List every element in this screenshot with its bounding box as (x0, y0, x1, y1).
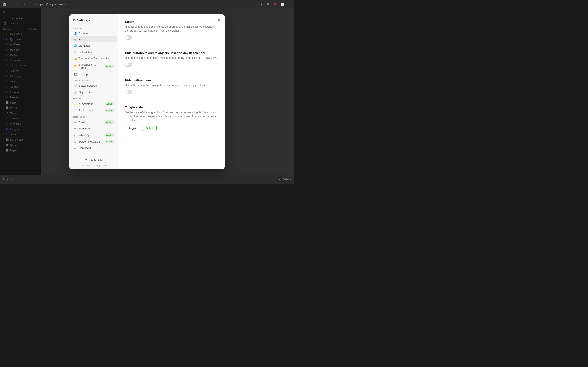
settings-nav-hookmark[interactable]: ∞ Hookmark (71, 145, 117, 151)
toggle-style-title: Toggle style (125, 106, 218, 109)
settings-nav-subscription[interactable]: 💳 Subscription & Billing Active (71, 62, 117, 71)
backup-icon: 💾 (74, 73, 77, 76)
calendar-buttons-section: Hide buttons to create objects linked to… (125, 51, 218, 73)
task-icon: ☑ (74, 109, 77, 112)
calendar-buttons-toggle[interactable] (125, 63, 132, 67)
settings-nav-email[interactable]: ✉ Email Active (71, 119, 117, 125)
toggle-style-section: Toggle style Set the style of the toggle… (125, 106, 218, 137)
email-label: Email (79, 121, 86, 124)
ai-icon: ✨ (74, 102, 77, 105)
features-label: Features (69, 95, 118, 100)
settings-header: ⚙ Settings (69, 14, 118, 25)
whatsapp-badge: Active (105, 133, 114, 137)
subscription-badge: Active (105, 65, 114, 68)
ai-badge: Active (105, 102, 114, 105)
whatsapp-icon: 💬 (74, 133, 77, 137)
nav-back-button[interactable]: ← (23, 2, 27, 7)
settings-nav-space[interactable]: ⬜ Space Settings (71, 83, 117, 89)
outliner-lines-section: Hide outliner lines Hides the vertical l… (125, 78, 218, 100)
extensions-icon[interactable]: ⚙ (266, 2, 270, 7)
editor-label: Editor (79, 38, 86, 41)
breadcrumb-page-icon: ⊕ (46, 3, 48, 6)
more-options-icon[interactable]: ··· (287, 2, 292, 7)
editor-section-title: Editor (125, 20, 218, 24)
settings-modal: ⚙ Settings General 👤 Account ⊟ Editor 🌐 … (69, 14, 225, 169)
topbar-right: ◉ ⚙ 📌 ⬜ ··· (259, 2, 292, 7)
editor-icon: ⊟ (74, 38, 77, 41)
bottombar-right: ● Believer (279, 178, 292, 181)
editor-toggle[interactable] (125, 35, 132, 40)
settings-nav-password[interactable]: 🔒 Password & Authentication (71, 55, 117, 61)
general-label: General (69, 25, 118, 30)
settings-icon[interactable]: ⚙ (2, 178, 5, 181)
twitter-icon: 𝕏 (74, 140, 77, 143)
space-label: Space Settings (79, 84, 96, 87)
telegram-label: Telegram (79, 127, 90, 130)
settings-nav-backup[interactable]: 💾 Backup (71, 71, 117, 77)
space-icon: ⬜ (74, 84, 77, 87)
notes-icon: 📓 (2, 2, 6, 6)
sidebar-footer: ↺ Restart app Capacities v1.35.5 (Nightl… (69, 154, 118, 169)
settings-nav-object-types[interactable]: ⬜ Object Types (71, 89, 117, 95)
split-view-icon[interactable]: ⬜ (279, 2, 285, 7)
calendar-buttons-desc: Hide buttons to create objects with a da… (125, 56, 218, 60)
task-label: Task actions (79, 109, 94, 112)
version-text: Capacities v1.35.5 (Nightly) (73, 164, 115, 167)
dark-mode-icon[interactable]: ☽ (10, 178, 12, 181)
outliner-lines-title: Hide outliner lines (125, 78, 218, 82)
settings-nav-editor[interactable]: ⊟ Editor (71, 36, 117, 42)
settings-header-icon: ⚙ (73, 18, 76, 22)
breadcrumb: ⬡ Topic / ⊕ Anglo-Saxons (34, 3, 66, 6)
restart-button[interactable]: ↺ Restart app (73, 157, 115, 163)
account-icon: 👤 (74, 32, 77, 35)
subscription-icon: 💳 (74, 65, 77, 68)
password-icon: 🔒 (74, 57, 77, 60)
settings-nav-account[interactable]: 👤 Account (71, 30, 117, 36)
current-space-label: Current space (69, 77, 118, 83)
topbar: 📓 Notes ⌄ ← → ⬡ Topic / ⊕ Anglo-Saxons ◉… (0, 0, 294, 8)
app-title: Notes (8, 3, 15, 6)
pin-icon[interactable]: 📌 (272, 2, 278, 7)
settings-nav-ai[interactable]: ✨ AI Assistant Active (71, 101, 117, 107)
email-icon: ✉ (74, 121, 77, 124)
settings-nav-whatsapp[interactable]: 💬 WhatsApp Active (71, 132, 117, 138)
outliner-lines-desc: Hides the vertical lines along the block… (125, 83, 218, 87)
topbar-nav: ← → (23, 2, 33, 7)
toggle-style-desc: Set the style of the toggle block. You c… (125, 110, 218, 122)
datetime-label: Date & Time (79, 50, 94, 54)
bottombar: ⚙ ⊕ ☽ ● Believer (0, 175, 294, 184)
close-button[interactable]: ✕ (216, 17, 222, 23)
calendar-buttons-title: Hide buttons to create objects linked to… (125, 51, 218, 55)
ai-label: AI Assistant (79, 102, 93, 105)
toggle-style-bullet-button[interactable]: Bullet (142, 125, 156, 131)
backup-label: Backup (79, 73, 87, 76)
nav-forward-button[interactable]: → (28, 2, 33, 7)
graph-icon[interactable]: ⊕ (6, 178, 8, 181)
settings-nav-task-actions[interactable]: ☑ Task actions Active (71, 107, 117, 113)
account-label: Account (79, 32, 88, 35)
settings-nav-telegram[interactable]: ✈ Telegram (71, 125, 117, 132)
toggle-style-row: Toggle Bullet (125, 125, 218, 131)
hookmark-label: Hookmark (79, 146, 91, 150)
hookmark-icon: ∞ (74, 146, 77, 150)
subscription-label: Subscription & Billing (79, 63, 103, 69)
restart-icon: ↺ (85, 158, 87, 161)
settings-title: Settings (77, 18, 90, 22)
telegram-icon: ✈ (74, 127, 77, 130)
restart-label: Restart app (89, 158, 102, 161)
toggle-style-toggle-button[interactable]: Toggle (125, 125, 140, 131)
settings-sidebar: ⚙ Settings General 👤 Account ⊟ Editor 🌐 … (69, 14, 118, 169)
task-badge: Active (105, 109, 114, 112)
modal-overlay[interactable]: ⚙ Settings General 👤 Account ⊟ Editor 🌐 … (0, 8, 294, 175)
user-icon: ● (279, 178, 280, 181)
breadcrumb-page[interactable]: Anglo-Saxons (49, 3, 66, 6)
integrations-label: Integrations (69, 114, 118, 119)
settings-nav-language[interactable]: 🌐 Language (71, 43, 117, 49)
title-chevron-icon: ⌄ (16, 3, 18, 6)
settings-nav-datetime[interactable]: 🕐 Date & Time (71, 49, 117, 55)
twitter-badge: Active (105, 140, 114, 143)
breadcrumb-topic[interactable]: Topic (37, 3, 43, 6)
outliner-lines-toggle[interactable] (125, 90, 132, 94)
settings-nav-twitter[interactable]: 𝕏 Twitter Integration Active (71, 138, 117, 145)
search-icon[interactable]: ◉ (259, 2, 264, 7)
